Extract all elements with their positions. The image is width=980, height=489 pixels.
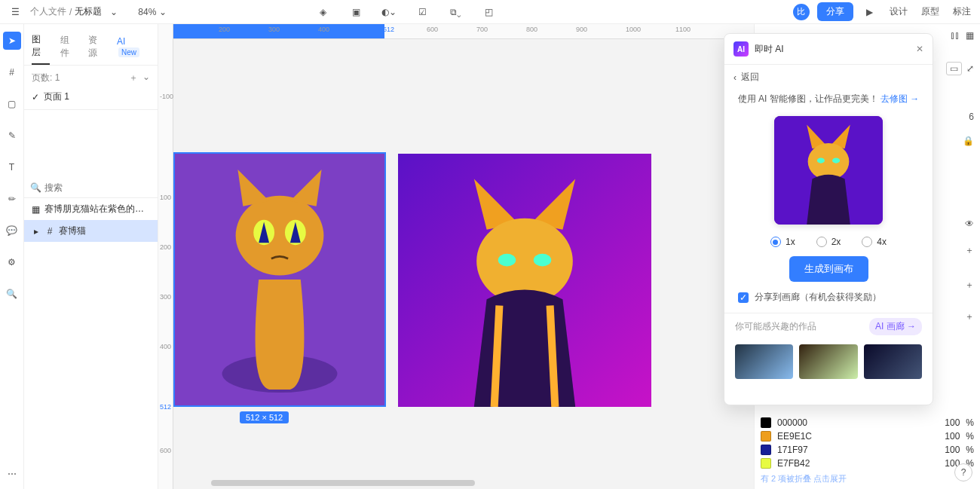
layer-row[interactable]: ▦ 赛博朋克猫站在紫色的迷雾中… [24,198,158,220]
gallery-thumb[interactable] [799,344,857,379]
ruler-vertical: -100 100 200 300 400 512 600 [158,24,173,489]
more-icon[interactable]: ⋯ [3,465,21,483]
new-badge: New [118,47,139,57]
frame-tool-icon[interactable]: ▣ [347,3,365,21]
zoom-select[interactable]: 84% ⌄ [138,7,166,17]
ai-preview-image [774,116,883,225]
search-tool[interactable]: 🔍 [3,285,21,303]
tab-components[interactable]: 组件 [60,31,78,64]
play-icon[interactable]: ▶ [861,3,879,21]
tab-icon[interactable]: ▭ [946,62,962,75]
gallery-heading: 你可能感兴趣的作品 [735,320,816,333]
boolean-icon[interactable]: ◐⌄ [380,3,398,21]
ai-edit-link[interactable]: 去修图 → [880,93,919,104]
scale-2x-radio[interactable]: 2x [816,237,841,247]
color-row[interactable]: EE9E1C 100 % [761,429,974,443]
text-tool[interactable]: T [3,158,21,176]
tab-annotate[interactable]: 标注 [950,2,974,21]
share-gallery-label: 分享到画廊（有机会获得奖励） [755,291,881,304]
svg-point-1 [236,196,324,276]
add-icon[interactable]: ＋ [965,244,974,257]
crop-icon[interactable]: ◰ [479,3,498,21]
gallery-thumb[interactable] [735,344,793,379]
scale-1x-radio[interactable]: 1x [770,237,795,247]
expand-icon[interactable]: ⤢ [966,63,974,74]
artboard-image[interactable] [398,154,651,407]
ai-panel-title: 即时 AI [755,43,784,56]
color-row[interactable]: 000000 100 % [761,416,974,429]
color-hex: 171F97 [777,445,819,455]
avatar[interactable]: 比 [793,4,810,20]
fold-hint[interactable]: 有 2 项被折叠 点击展开 [761,473,974,484]
value-partial: 6 [969,112,974,122]
plugins-tool[interactable]: ⚙ [3,253,21,271]
ai-logo-icon: AI [733,41,749,57]
hamburger-icon[interactable]: ☰ [6,3,24,21]
chevron-down-icon[interactable]: ⌄ [105,3,123,21]
lock-icon[interactable]: 🔒 [963,136,974,146]
add-page-icon[interactable]: ＋ [129,72,138,84]
ai-panel: AI 即时 AI ✕ ‹ 返回 使用 AI 智能修图，让作品更完美！ 去修图 →… [724,33,933,405]
comment-tool[interactable]: 💬 [3,222,21,240]
dimension-chip: 512 × 512 [240,411,289,423]
cat-illustration [175,154,384,405]
add-icon[interactable]: ＋ [965,279,974,292]
move-tool[interactable]: ➤ [3,32,21,50]
layer-label: 赛博朋克猫站在紫色的迷雾中… [44,203,150,215]
color-hex: 000000 [777,417,819,428]
page-item[interactable]: ✓ 页面 1 [32,90,150,103]
layer-row-selected[interactable]: ▸ # 赛博猫 [24,220,158,242]
breadcrumb: 个人文件 / 无标题 ⌄ [30,3,123,21]
help-button[interactable]: ? [954,463,972,481]
svg-point-9 [808,143,850,180]
edit-icon[interactable]: ☑ [413,3,431,21]
close-icon[interactable]: ✕ [916,44,923,54]
artboard-selected[interactable] [173,152,386,407]
color-row[interactable]: 171F97 100 % [761,443,974,457]
ai-description: 使用 AI 智能修图，让作品更完美！ 去修图 → [724,90,933,108]
image-layer-icon: ▦ [32,205,40,214]
frame-layer-icon: # [45,227,54,236]
gallery-link[interactable]: AI 画廊 → [869,318,922,335]
add-icon[interactable]: ＋ [965,310,974,323]
color-row[interactable]: E7FB42 100 % [761,457,974,470]
cyberpunk-cat-image [398,154,651,407]
svg-point-11 [832,157,840,163]
scale-4x-radio[interactable]: 4x [862,237,887,247]
share-gallery-checkbox[interactable]: ✓ [738,292,749,303]
tab-layers[interactable]: 图层 [32,30,50,65]
back-button[interactable]: ‹ 返回 [724,65,933,90]
svg-point-6 [498,254,516,267]
canvas[interactable]: 200 300 400 512 600 700 800 900 1000 110… [158,24,754,489]
align-icon[interactable]: ⫿⫿ [951,30,960,41]
breadcrumb-parent[interactable]: 个人文件 [30,5,66,18]
tab-ai[interactable]: AI New [117,33,150,62]
layer-search-input[interactable] [44,182,158,193]
pages-count: 页数: 1 [32,72,60,84]
share-button[interactable]: 分享 [817,2,853,21]
visibility-icon[interactable]: 👁 [965,219,974,229]
mask-icon[interactable]: ⧉⌄ [446,3,464,21]
generate-button[interactable]: 生成到画布 [789,256,868,282]
canvas-scrollbar[interactable] [211,480,475,486]
tab-design[interactable]: 设计 [887,2,911,21]
search-icon: 🔍 [30,182,41,193]
collapse-pages-icon[interactable]: ⌄ [142,72,150,84]
grid-icon[interactable]: ▦ [966,30,974,41]
frame-tool[interactable]: # [3,63,21,81]
color-swatch [761,417,771,428]
svg-point-7 [534,254,552,267]
pencil-tool[interactable]: ✏ [3,190,21,208]
pen-tool[interactable]: ✎ [3,127,21,145]
ruler-horizontal: 200 300 400 512 600 700 800 900 1000 110… [158,24,754,39]
rect-tool[interactable]: ▢ [3,95,21,113]
component-icon[interactable]: ◈ [314,3,332,21]
expand-icon[interactable]: ▸ [32,227,41,236]
color-pct: 100 [945,431,960,442]
color-hex: EE9E1C [777,431,819,442]
tab-prototype[interactable]: 原型 [918,2,942,21]
tab-assets[interactable]: 资源 [88,31,106,64]
gallery-thumb[interactable] [864,344,922,379]
color-hex: E7FB42 [777,458,819,469]
breadcrumb-title[interactable]: 无标题 [75,5,102,18]
